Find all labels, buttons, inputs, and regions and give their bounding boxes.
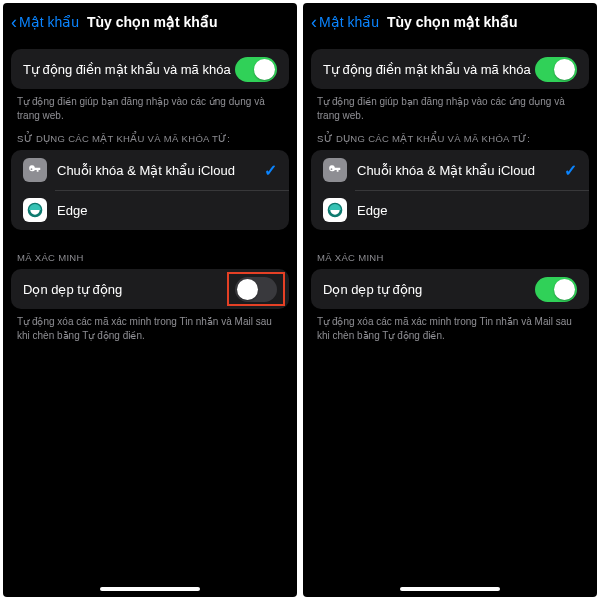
chevron-left-icon: ‹ (311, 13, 317, 31)
autofill-footer: Tự động điền giúp bạn đăng nhập vào các … (3, 89, 297, 123)
chevron-left-icon: ‹ (11, 13, 17, 31)
autofill-label: Tự động điền mật khẩu và mã khóa (323, 62, 535, 77)
edge-icon (323, 198, 347, 222)
checkmark-icon: ✓ (264, 161, 277, 180)
source-label: Edge (357, 203, 577, 218)
key-icon (323, 158, 347, 182)
source-label: Edge (57, 203, 277, 218)
page-title: Tùy chọn mật khẩu (387, 14, 517, 30)
sources-section: SỬ DỤNG CÁC MẬT KHẨU VÀ MÃ KHÓA TỪ: Chuỗ… (303, 133, 597, 230)
nav-bar: ‹ Mật khẩu Tùy chọn mật khẩu (3, 3, 297, 39)
autofill-toggle[interactable] (535, 57, 577, 82)
autofill-section: Tự động điền mật khẩu và mã khóa Tự động… (303, 49, 597, 123)
autofill-footer: Tự động điền giúp bạn đăng nhập vào các … (303, 89, 597, 123)
cleanup-toggle[interactable] (235, 277, 277, 302)
phone-right: ‹ Mật khẩu Tùy chọn mật khẩu Tự động điề… (303, 3, 597, 597)
cleanup-label: Dọn dẹp tự động (23, 282, 235, 297)
home-indicator[interactable] (400, 587, 500, 591)
autofill-row[interactable]: Tự động điền mật khẩu và mã khóa (11, 49, 289, 89)
cleanup-label: Dọn dẹp tự động (323, 282, 535, 297)
autofill-label: Tự động điền mật khẩu và mã khóa (23, 62, 235, 77)
autofill-toggle[interactable] (235, 57, 277, 82)
cleanup-row[interactable]: Dọn dẹp tự động (11, 269, 289, 309)
source-row-icloud[interactable]: Chuỗi khóa & Mật khẩu iCloud ✓ (311, 150, 589, 190)
checkmark-icon: ✓ (564, 161, 577, 180)
back-button[interactable]: ‹ Mật khẩu (11, 13, 79, 31)
cleanup-section: MÃ XÁC MINH Dọn dẹp tự động Tự động xóa … (3, 252, 297, 343)
source-row-icloud[interactable]: Chuỗi khóa & Mật khẩu iCloud ✓ (11, 150, 289, 190)
cleanup-footer: Tự động xóa các mã xác minh trong Tin nh… (303, 309, 597, 343)
sources-section: SỬ DỤNG CÁC MẬT KHẨU VÀ MÃ KHÓA TỪ: Chuỗ… (3, 133, 297, 230)
cleanup-header: MÃ XÁC MINH (303, 252, 597, 269)
cleanup-section: MÃ XÁC MINH Dọn dẹp tự động Tự động xóa … (303, 252, 597, 343)
back-label: Mật khẩu (319, 14, 379, 30)
source-row-edge[interactable]: Edge (311, 190, 589, 230)
back-button[interactable]: ‹ Mật khẩu (311, 13, 379, 31)
source-label: Chuỗi khóa & Mật khẩu iCloud (357, 163, 564, 178)
autofill-row[interactable]: Tự động điền mật khẩu và mã khóa (311, 49, 589, 89)
key-icon (23, 158, 47, 182)
sources-header: SỬ DỤNG CÁC MẬT KHẨU VÀ MÃ KHÓA TỪ: (3, 133, 297, 150)
source-label: Chuỗi khóa & Mật khẩu iCloud (57, 163, 264, 178)
back-label: Mật khẩu (19, 14, 79, 30)
cleanup-footer: Tự động xóa các mã xác minh trong Tin nh… (3, 309, 297, 343)
source-row-edge[interactable]: Edge (11, 190, 289, 230)
nav-bar: ‹ Mật khẩu Tùy chọn mật khẩu (303, 3, 597, 39)
cleanup-header: MÃ XÁC MINH (3, 252, 297, 269)
edge-icon (23, 198, 47, 222)
sources-header: SỬ DỤNG CÁC MẬT KHẨU VÀ MÃ KHÓA TỪ: (303, 133, 597, 150)
home-indicator[interactable] (100, 587, 200, 591)
page-title: Tùy chọn mật khẩu (87, 14, 217, 30)
cleanup-row[interactable]: Dọn dẹp tự động (311, 269, 589, 309)
autofill-section: Tự động điền mật khẩu và mã khóa Tự động… (3, 49, 297, 123)
phone-left: ‹ Mật khẩu Tùy chọn mật khẩu Tự động điề… (3, 3, 297, 597)
cleanup-toggle[interactable] (535, 277, 577, 302)
